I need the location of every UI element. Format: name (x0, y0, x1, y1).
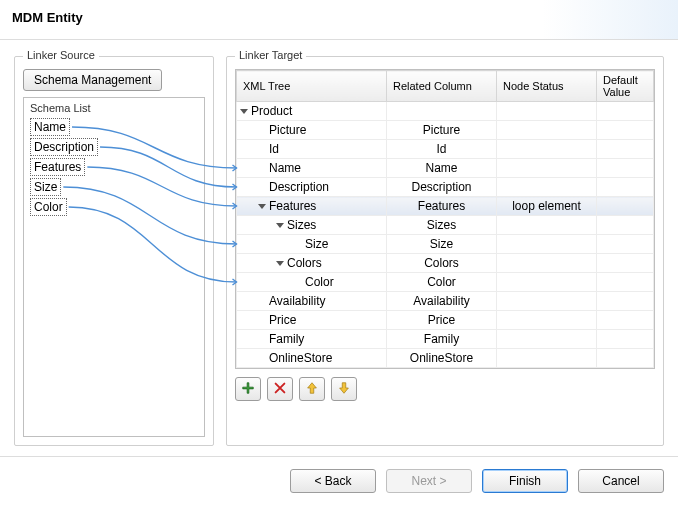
next-button[interactable]: Next > (386, 469, 472, 493)
table-row[interactable]: FamilyFamily (237, 330, 654, 349)
move-up-button[interactable] (299, 377, 325, 401)
default-value-cell (597, 121, 654, 140)
default-value-cell (597, 235, 654, 254)
node-status-cell (497, 235, 597, 254)
related-column-cell: Description (387, 178, 497, 197)
schema-item[interactable]: Size (30, 178, 61, 196)
table-row[interactable]: ColorColor (237, 273, 654, 292)
tree-toolbar (235, 377, 655, 401)
tree-node-label: OnlineStore (269, 351, 332, 365)
default-value-cell (597, 178, 654, 197)
linker-source-legend: Linker Source (23, 49, 99, 61)
table-row[interactable]: FeaturesFeaturesloop element (237, 197, 654, 216)
default-value-cell (597, 140, 654, 159)
tree-node-label: Name (269, 161, 301, 175)
caret-down-icon[interactable] (275, 258, 285, 268)
x-icon (273, 381, 287, 398)
tree-node-label: Availability (269, 294, 325, 308)
related-column-cell: Size (387, 235, 497, 254)
xml-tree-table[interactable]: XML Tree Related Column Node Status Defa… (236, 70, 654, 368)
dialog-title: MDM Entity (12, 10, 666, 25)
arrow-up-icon (305, 381, 319, 398)
related-column-cell: OnlineStore (387, 349, 497, 368)
related-column-cell: Price (387, 311, 497, 330)
xml-tree-header-row: XML Tree Related Column Node Status Defa… (237, 71, 654, 102)
table-row[interactable]: SizeSize (237, 235, 654, 254)
table-row[interactable]: SizesSizes (237, 216, 654, 235)
finish-button[interactable]: Finish (482, 469, 568, 493)
related-column-cell: Name (387, 159, 497, 178)
related-column-cell: Picture (387, 121, 497, 140)
tree-node-label: Sizes (287, 218, 316, 232)
table-row[interactable]: NameName (237, 159, 654, 178)
tree-node-label: Size (305, 237, 328, 251)
col-node-status[interactable]: Node Status (497, 71, 597, 102)
related-column-cell (387, 102, 497, 121)
caret-down-icon[interactable] (239, 106, 249, 116)
default-value-cell (597, 311, 654, 330)
schema-item[interactable]: Color (30, 198, 67, 216)
tree-node-label: Price (269, 313, 296, 327)
tree-node-label: Colors (287, 256, 322, 270)
node-status-cell (497, 216, 597, 235)
table-row[interactable]: PricePrice (237, 311, 654, 330)
tree-node-label: Id (269, 142, 279, 156)
tree-node-label: Features (269, 199, 316, 213)
add-button[interactable] (235, 377, 261, 401)
node-status-cell (497, 273, 597, 292)
related-column-cell: Availability (387, 292, 497, 311)
schema-item[interactable]: Description (30, 138, 98, 156)
default-value-cell (597, 216, 654, 235)
tree-node-label: Color (305, 275, 334, 289)
node-status-cell (497, 254, 597, 273)
table-row[interactable]: IdId (237, 140, 654, 159)
caret-placeholder (257, 315, 267, 325)
table-row[interactable]: OnlineStoreOnlineStore (237, 349, 654, 368)
schema-list-box: Schema List NameDescriptionFeaturesSizeC… (23, 97, 205, 437)
related-column-cell: Colors (387, 254, 497, 273)
back-button[interactable]: < Back (290, 469, 376, 493)
tree-node-label: Product (251, 104, 292, 118)
tree-node-label: Picture (269, 123, 306, 137)
default-value-cell (597, 254, 654, 273)
node-status-cell (497, 140, 597, 159)
col-default-value[interactable]: Default Value (597, 71, 654, 102)
caret-down-icon[interactable] (275, 220, 285, 230)
node-status-cell: loop element (497, 197, 597, 216)
schema-management-button[interactable]: Schema Management (23, 69, 162, 91)
remove-button[interactable] (267, 377, 293, 401)
default-value-cell (597, 292, 654, 311)
col-related-column[interactable]: Related Column (387, 71, 497, 102)
table-row[interactable]: PicturePicture (237, 121, 654, 140)
schema-item[interactable]: Features (30, 158, 85, 176)
linker-target-legend: Linker Target (235, 49, 306, 61)
plus-icon (241, 381, 255, 398)
move-down-button[interactable] (331, 377, 357, 401)
schema-list-title: Schema List (30, 102, 198, 114)
caret-placeholder (257, 163, 267, 173)
caret-placeholder (257, 125, 267, 135)
caret-placeholder (257, 334, 267, 344)
schema-item[interactable]: Name (30, 118, 70, 136)
default-value-cell (597, 197, 654, 216)
caret-placeholder (257, 296, 267, 306)
default-value-cell (597, 273, 654, 292)
caret-placeholder (257, 182, 267, 192)
col-xml-tree[interactable]: XML Tree (237, 71, 387, 102)
caret-down-icon[interactable] (257, 201, 267, 211)
table-row[interactable]: ColorsColors (237, 254, 654, 273)
related-column-cell: Family (387, 330, 497, 349)
dialog-content: Linker Source Schema Management Schema L… (0, 40, 678, 456)
linker-source-panel: Linker Source Schema Management Schema L… (14, 56, 214, 446)
related-column-cell: Color (387, 273, 497, 292)
table-row[interactable]: Product (237, 102, 654, 121)
table-row[interactable]: AvailabilityAvailability (237, 292, 654, 311)
caret-placeholder (257, 144, 267, 154)
related-column-cell: Sizes (387, 216, 497, 235)
dialog-footer: < Back Next > Finish Cancel (0, 456, 678, 509)
caret-placeholder (293, 239, 303, 249)
table-row[interactable]: DescriptionDescription (237, 178, 654, 197)
dialog-header: MDM Entity (0, 0, 678, 40)
node-status-cell (497, 311, 597, 330)
cancel-button[interactable]: Cancel (578, 469, 664, 493)
